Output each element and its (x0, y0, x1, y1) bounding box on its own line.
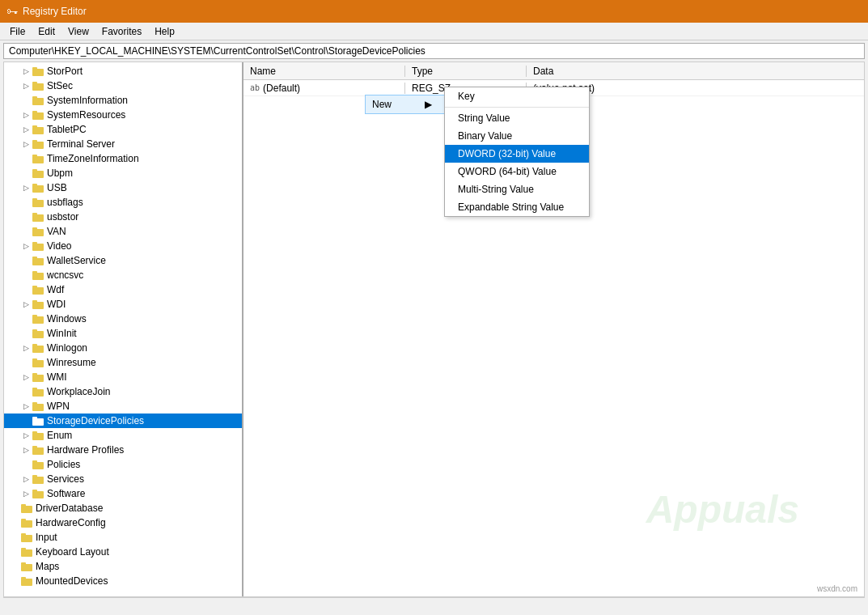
tree-item-timezoneinfo[interactable]: TimeZoneInformation (4, 151, 242, 166)
expand-winresume (20, 357, 32, 368)
tree-item-video[interactable]: ▷ Video (4, 239, 242, 253)
submenu-item-expandable-string[interactable]: Expandable String Value (445, 198, 589, 216)
expand-wpn[interactable]: ▷ (20, 401, 32, 412)
tree-item-usbflags[interactable]: usbflags (4, 195, 242, 210)
expand-software[interactable]: ▷ (20, 488, 32, 499)
submenu-item-dword-value[interactable]: DWORD (32-bit) Value (445, 145, 589, 163)
context-menu-overlay: New ▶ Key String Value Binary Value DWOR… (243, 62, 864, 596)
svg-rect-34 (32, 316, 44, 324)
tree-label-windows: Windows (47, 313, 87, 324)
expand-winlogon[interactable]: ▷ (20, 342, 32, 354)
status-bar (3, 597, 865, 613)
tree-label-enum: Enum (47, 430, 72, 441)
svg-rect-47 (32, 402, 37, 405)
menu-view[interactable]: View (61, 24, 95, 38)
expand-services[interactable]: ▷ (20, 473, 32, 485)
tree-item-storport[interactable]: ▷ StorPort (4, 64, 242, 78)
tree-item-tabletpc[interactable]: ▷ TabletPC (4, 122, 242, 137)
expand-storagedevicepolicies (20, 415, 32, 426)
submenu-item-binary-value[interactable]: Binary Value (445, 127, 589, 145)
tree-item-wdi[interactable]: ▷ WDI (4, 297, 242, 312)
svg-rect-31 (32, 286, 37, 288)
svg-rect-54 (32, 462, 44, 469)
tree-item-systeminformation[interactable]: SystemInformation (4, 93, 242, 108)
expand-hardwareprofiles[interactable]: ▷ (20, 444, 32, 456)
tree-scroll[interactable]: ▷ StorPort ▷ StSec SystemInf (4, 62, 242, 596)
expand-storport[interactable]: ▷ (20, 66, 32, 77)
tree-item-driverdatabase[interactable]: DriverDatabase (4, 501, 242, 515)
expand-stsec[interactable]: ▷ (20, 80, 32, 91)
tree-item-winresume[interactable]: Winresume (4, 355, 242, 370)
folder-icon-usb (32, 182, 44, 193)
tree-item-mounteddevices[interactable]: MountedDevices (4, 574, 242, 588)
folder-icon-video (32, 240, 44, 252)
tree-item-systemresources[interactable]: ▷ SystemResources (4, 108, 242, 122)
expand-terminalserver[interactable]: ▷ (20, 138, 32, 150)
tree-item-workplacejoin[interactable]: WorkplaceJoin (4, 384, 242, 399)
tree-item-van[interactable]: VAN (4, 224, 242, 239)
tree-label-wpn: WPN (47, 401, 70, 412)
expand-tabletpc[interactable]: ▷ (20, 124, 32, 135)
menu-help[interactable]: Help (148, 24, 181, 38)
expand-systemresources[interactable]: ▷ (20, 109, 32, 121)
svg-rect-21 (32, 213, 37, 215)
tree-item-usb[interactable]: ▷ USB (4, 180, 242, 195)
tree-item-wcncsvc[interactable]: wcncsvc (4, 268, 242, 282)
folder-icon-workplacejoin (32, 386, 44, 397)
svg-rect-23 (32, 227, 37, 230)
tree-item-stsec[interactable]: ▷ StSec (4, 78, 242, 93)
main-area: ▷ StorPort ▷ StSec SystemInf (3, 62, 865, 597)
tree-item-software[interactable]: ▷ Software (4, 486, 242, 501)
tree-item-terminalserver[interactable]: ▷ Terminal Server (4, 137, 242, 151)
svg-rect-14 (32, 171, 44, 178)
tree-item-hardwareprofiles[interactable]: ▷ Hardware Profiles (4, 443, 242, 457)
tree-item-storagedevicepolicies[interactable]: StorageDevicePolicies (4, 414, 242, 428)
folder-icon-wmi (32, 371, 44, 383)
expand-video[interactable]: ▷ (20, 240, 32, 252)
menu-file[interactable]: File (3, 24, 32, 38)
tree-item-maps[interactable]: Maps (4, 559, 242, 574)
tree-item-wininit[interactable]: WinInit (4, 326, 242, 341)
tree-item-enum[interactable]: ▷ Enum (4, 428, 242, 443)
svg-rect-38 (32, 346, 44, 353)
menu-edit[interactable]: Edit (32, 24, 61, 38)
tree-item-winlogon[interactable]: ▷ Winlogon (4, 341, 242, 355)
tree-label-policies: Policies (47, 459, 80, 470)
tree-item-windows[interactable]: Windows (4, 312, 242, 326)
svg-rect-0 (32, 69, 44, 76)
expand-usbstor (20, 211, 32, 223)
expand-systeminformation (20, 95, 32, 106)
folder-icon-keyboardlayout (20, 546, 33, 558)
tree-item-ubpm[interactable]: Ubpm (4, 166, 242, 180)
tree-item-wdf[interactable]: Wdf (4, 282, 242, 297)
folder-icon-hardwareprofiles (32, 444, 44, 456)
expand-wdi[interactable]: ▷ (20, 299, 32, 310)
expand-usb[interactable]: ▷ (20, 182, 32, 193)
tree-item-policies[interactable]: Policies (4, 457, 242, 472)
svg-rect-52 (32, 447, 44, 455)
submenu-item-key[interactable]: Key (445, 87, 589, 105)
menu-bar: File Edit View Favorites Help (0, 23, 868, 40)
menu-favorites[interactable]: Favorites (95, 24, 148, 38)
tree-label-stsec: StSec (47, 80, 73, 91)
tree-label-systemresources: SystemResources (47, 109, 125, 121)
submenu-item-qword-value[interactable]: QWORD (64-bit) Value (445, 163, 589, 180)
tree-item-wpn[interactable]: ▷ WPN (4, 399, 242, 414)
tree-item-wmi[interactable]: ▷ WMI (4, 370, 242, 384)
submenu-item-string-value[interactable]: String Value (445, 109, 589, 127)
tree-label-timezoneinfo: TimeZoneInformation (47, 153, 139, 164)
tree-item-hardwareconfig[interactable]: HardwareConfig (4, 515, 242, 530)
svg-rect-63 (21, 519, 26, 521)
new-submenu-button[interactable]: New ▶ (365, 95, 446, 114)
expand-enum[interactable]: ▷ (20, 430, 32, 441)
tree-item-services[interactable]: ▷ Services (4, 472, 242, 486)
svg-rect-29 (32, 271, 37, 274)
tree-item-keyboardlayout[interactable]: Keyboard Layout (4, 545, 242, 559)
expand-wmi[interactable]: ▷ (20, 371, 32, 383)
tree-item-usbstor[interactable]: usbstor (4, 210, 242, 224)
submenu-item-multi-string[interactable]: Multi-String Value (445, 180, 589, 198)
tree-item-input[interactable]: Input (4, 530, 242, 545)
folder-icon-walletservice (32, 255, 44, 266)
folder-icon-tabletpc (32, 124, 44, 135)
tree-item-walletservice[interactable]: WalletService (4, 253, 242, 268)
